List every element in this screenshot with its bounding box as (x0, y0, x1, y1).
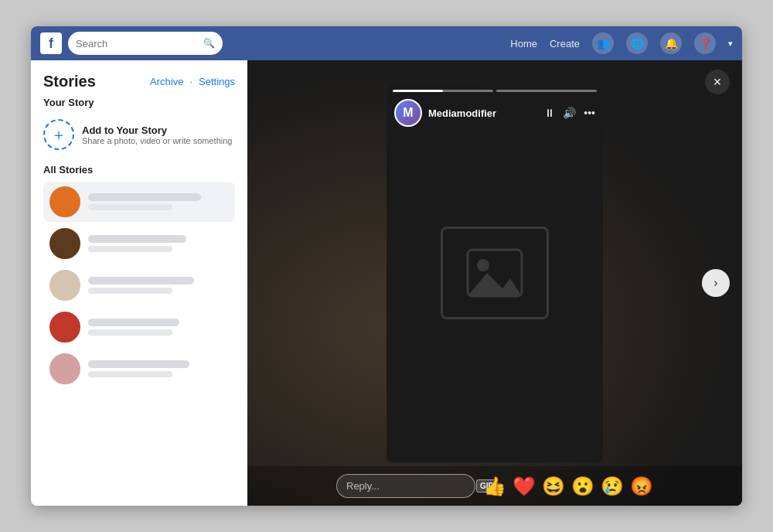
story-text (88, 277, 229, 294)
story-text (88, 235, 229, 252)
story-card: M Mediamodifier ⏸ 🔊 ••• (386, 84, 603, 462)
progress-bar (393, 90, 597, 92)
add-story-item[interactable]: ＋ Add to Your Story Share a photo, video… (43, 114, 235, 155)
sidebar-actions: Archive · Settings (150, 76, 235, 87)
progress-fill (393, 90, 443, 92)
nav-bar: f 🔍 Home Create 👥 🌐 🔔 ❓ ▾ (31, 26, 742, 60)
story-name (88, 360, 189, 368)
story-name (88, 193, 201, 201)
avatar (49, 312, 80, 343)
add-story-title: Add to Your Story (82, 124, 232, 136)
story-name (88, 319, 179, 326)
add-story-subtitle: Share a photo, video or write something (82, 136, 232, 145)
story-item[interactable] (43, 307, 235, 347)
story-item[interactable] (43, 349, 235, 389)
story-time (88, 288, 172, 294)
wow-reaction[interactable]: 😮 (571, 476, 594, 497)
svg-point-1 (477, 259, 489, 271)
story-user-avatar: M (394, 99, 422, 127)
next-button[interactable]: › (702, 269, 730, 297)
add-story-text: Add to Your Story Share a photo, video o… (82, 124, 232, 145)
story-name (88, 277, 194, 285)
your-story-label: Your Story (43, 97, 235, 108)
story-time (88, 371, 172, 377)
archive-link[interactable]: Archive (150, 76, 183, 87)
avatar (49, 270, 80, 301)
home-link[interactable]: Home (510, 38, 537, 49)
settings-link[interactable]: Settings (199, 76, 235, 87)
story-time (88, 246, 172, 252)
story-item[interactable] (43, 265, 235, 305)
image-placeholder-icon (464, 246, 526, 300)
angry-reaction[interactable]: 😡 (630, 476, 653, 497)
avatar (49, 228, 80, 259)
story-text (88, 360, 229, 377)
volume-button[interactable]: 🔊 (563, 107, 576, 119)
reaction-emojis: 👍 ❤️ 😆 😮 😢 😡 (483, 476, 653, 497)
heart-reaction[interactable]: ❤️ (512, 476, 536, 497)
story-viewer: × M Mediamodifier ⏸ (247, 60, 742, 506)
sad-reaction[interactable]: 😢 (601, 476, 624, 497)
progress-segment-2 (496, 90, 597, 92)
story-controls: ⏸ 🔊 ••• (544, 107, 595, 119)
dot-separator: · (189, 76, 192, 87)
bell-icon[interactable]: 🔔 (660, 32, 682, 54)
story-time (88, 329, 172, 336)
nav-links: Home Create 👥 🌐 🔔 ❓ ▾ (510, 32, 733, 54)
reply-input-wrapper[interactable]: GIF (336, 474, 475, 498)
people-icon[interactable]: 👥 (592, 32, 614, 54)
sidebar-header: Stories Archive · Settings (43, 73, 235, 90)
globe-icon[interactable]: 🌐 (626, 32, 648, 54)
thumbs-up-reaction[interactable]: 👍 (483, 476, 506, 497)
story-time (88, 204, 172, 210)
avatar (49, 186, 80, 217)
dropdown-arrow[interactable]: ▾ (728, 39, 733, 49)
story-text (88, 193, 229, 210)
pause-button[interactable]: ⏸ (544, 107, 555, 119)
more-button[interactable]: ••• (584, 107, 595, 119)
close-button[interactable]: × (705, 70, 730, 94)
all-stories-label: All Stories (43, 164, 235, 176)
avatar (49, 353, 80, 384)
story-text (88, 319, 229, 336)
story-name (88, 235, 186, 243)
facebook-logo: f (40, 32, 62, 54)
add-story-circle: ＋ (43, 119, 74, 150)
create-link[interactable]: Create (550, 38, 580, 49)
story-item[interactable] (43, 182, 235, 222)
svg-marker-2 (468, 273, 522, 296)
main-content: Stories Archive · Settings Your Story ＋ … (31, 60, 742, 506)
search-icon: 🔍 (203, 38, 215, 49)
progress-segment-1 (393, 90, 493, 92)
search-input[interactable] (76, 38, 200, 49)
reply-bar: GIF 👍 ❤️ 😆 😮 😢 😡 (247, 466, 742, 506)
sidebar: Stories Archive · Settings Your Story ＋ … (31, 60, 247, 506)
story-image-placeholder (441, 227, 549, 319)
reply-input[interactable] (346, 480, 476, 492)
story-user-name: Mediamodifier (428, 107, 544, 119)
browser-window: f 🔍 Home Create 👥 🌐 🔔 ❓ ▾ Stories Archiv… (31, 26, 742, 506)
story-item[interactable] (43, 223, 235, 264)
search-bar[interactable]: 🔍 (68, 32, 223, 55)
story-header: M Mediamodifier ⏸ 🔊 ••• (394, 99, 595, 127)
sidebar-title: Stories (43, 73, 96, 90)
laugh-reaction[interactable]: 😆 (542, 476, 565, 497)
question-icon[interactable]: ❓ (694, 32, 716, 54)
